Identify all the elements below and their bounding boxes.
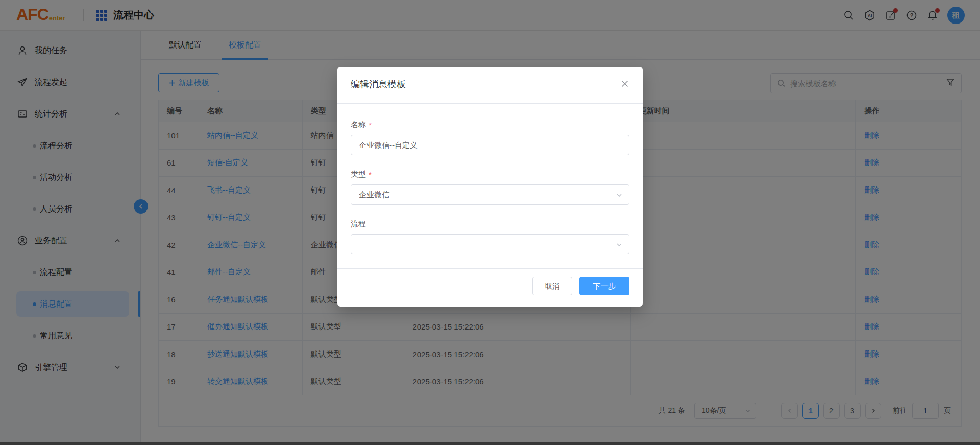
type-select[interactable]: 企业微信 — [351, 184, 629, 205]
process-field-label: 流程 — [351, 219, 629, 229]
dialog-header: 编辑消息模板 — [337, 67, 643, 104]
dialog-body: 名称 * 类型 * 企业微信 流程 — [337, 104, 643, 268]
type-field-label: 类型 * — [351, 170, 629, 179]
app-window: AFC enter 流程中心 AI ? 租 — [0, 0, 980, 445]
chevron-down-icon — [616, 241, 623, 250]
dialog-title: 编辑消息模板 — [351, 78, 629, 90]
field-label-text: 名称 — [351, 120, 366, 130]
field-label-text: 流程 — [351, 219, 366, 229]
cancel-button[interactable]: 取消 — [532, 277, 572, 295]
dialog-footer: 取消 下一步 — [337, 268, 643, 307]
next-step-button[interactable]: 下一步 — [579, 277, 629, 295]
chevron-down-icon — [616, 192, 623, 200]
name-input[interactable] — [351, 135, 629, 155]
type-select-value: 企业微信 — [359, 190, 389, 200]
process-select[interactable] — [351, 234, 629, 254]
required-asterisk: * — [369, 121, 372, 129]
close-icon[interactable] — [619, 78, 630, 89]
edit-template-dialog: 编辑消息模板 名称 * 类型 * 企业微信 流程 — [337, 67, 643, 307]
name-field-label: 名称 * — [351, 120, 629, 130]
field-label-text: 类型 — [351, 170, 366, 179]
required-asterisk: * — [369, 170, 372, 179]
